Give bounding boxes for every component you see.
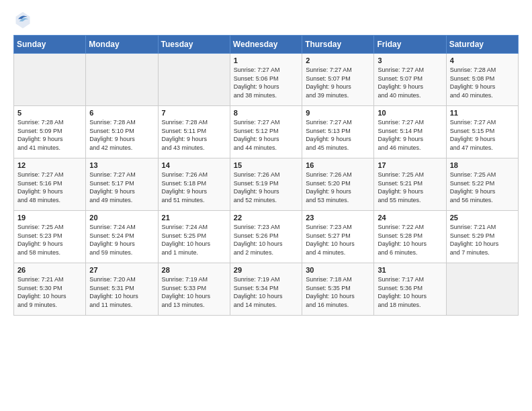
day-number: 27 — [89, 266, 154, 274]
header — [13, 11, 519, 30]
calendar-cell — [446, 263, 518, 316]
calendar-body: 1Sunrise: 7:27 AM Sunset: 5:06 PM Daylig… — [14, 54, 519, 316]
calendar-cell: 1Sunrise: 7:27 AM Sunset: 5:06 PM Daylig… — [230, 54, 302, 106]
calendar-cell: 5Sunrise: 7:28 AM Sunset: 5:09 PM Daylig… — [14, 106, 86, 158]
calendar-cell: 14Sunrise: 7:26 AM Sunset: 5:18 PM Dayli… — [158, 158, 230, 211]
calendar-cell: 31Sunrise: 7:17 AM Sunset: 5:36 PM Dayli… — [374, 263, 446, 316]
calendar-cell: 17Sunrise: 7:25 AM Sunset: 5:21 PM Dayli… — [374, 158, 446, 211]
calendar-cell: 19Sunrise: 7:25 AM Sunset: 5:23 PM Dayli… — [14, 211, 86, 263]
calendar-cell: 4Sunrise: 7:28 AM Sunset: 5:08 PM Daylig… — [446, 54, 518, 106]
calendar-cell: 23Sunrise: 7:23 AM Sunset: 5:27 PM Dayli… — [302, 211, 374, 263]
calendar-cell: 27Sunrise: 7:20 AM Sunset: 5:31 PM Dayli… — [86, 263, 158, 316]
day-number: 31 — [378, 266, 442, 274]
calendar-cell: 8Sunrise: 7:27 AM Sunset: 5:12 PM Daylig… — [230, 106, 302, 158]
calendar-week-5: 26Sunrise: 7:21 AM Sunset: 5:30 PM Dayli… — [14, 263, 519, 316]
day-number: 24 — [378, 214, 442, 222]
logo — [13, 11, 35, 30]
day-number: 13 — [89, 161, 154, 169]
calendar-cell — [158, 54, 230, 106]
logo-icon — [13, 11, 32, 30]
day-number: 4 — [450, 56, 515, 64]
calendar-cell: 15Sunrise: 7:26 AM Sunset: 5:19 PM Dayli… — [230, 158, 302, 211]
day-info: Sunrise: 7:28 AM Sunset: 5:08 PM Dayligh… — [450, 66, 515, 99]
calendar-cell: 24Sunrise: 7:22 AM Sunset: 5:28 PM Dayli… — [374, 211, 446, 263]
day-info: Sunrise: 7:28 AM Sunset: 5:09 PM Dayligh… — [17, 118, 82, 152]
calendar-week-3: 12Sunrise: 7:27 AM Sunset: 5:16 PM Dayli… — [14, 158, 519, 211]
day-info: Sunrise: 7:27 AM Sunset: 5:07 PM Dayligh… — [378, 66, 442, 99]
calendar-cell: 18Sunrise: 7:25 AM Sunset: 5:22 PM Dayli… — [446, 158, 518, 211]
calendar-cell — [14, 54, 86, 106]
day-info: Sunrise: 7:27 AM Sunset: 5:16 PM Dayligh… — [17, 171, 82, 204]
calendar-cell: 12Sunrise: 7:27 AM Sunset: 5:16 PM Dayli… — [14, 158, 86, 211]
day-info: Sunrise: 7:27 AM Sunset: 5:12 PM Dayligh… — [234, 118, 298, 152]
weekday-header-saturday: Saturday — [446, 36, 518, 54]
day-number: 15 — [234, 161, 298, 169]
day-number: 28 — [162, 266, 226, 274]
day-number: 20 — [89, 214, 154, 222]
day-number: 9 — [306, 109, 370, 117]
day-info: Sunrise: 7:22 AM Sunset: 5:28 PM Dayligh… — [378, 223, 442, 257]
day-info: Sunrise: 7:26 AM Sunset: 5:20 PM Dayligh… — [306, 171, 370, 204]
day-info: Sunrise: 7:18 AM Sunset: 5:35 PM Dayligh… — [306, 275, 370, 309]
day-number: 23 — [306, 214, 370, 222]
calendar-cell: 22Sunrise: 7:23 AM Sunset: 5:26 PM Dayli… — [230, 211, 302, 263]
day-info: Sunrise: 7:27 AM Sunset: 5:13 PM Dayligh… — [306, 118, 370, 152]
day-number: 11 — [450, 109, 515, 117]
day-info: Sunrise: 7:21 AM Sunset: 5:29 PM Dayligh… — [450, 223, 515, 257]
weekday-header-sunday: Sunday — [14, 36, 86, 54]
calendar-table: SundayMondayTuesdayWednesdayThursdayFrid… — [13, 35, 519, 316]
day-number: 25 — [450, 214, 515, 222]
day-info: Sunrise: 7:17 AM Sunset: 5:36 PM Dayligh… — [378, 275, 442, 309]
day-number: 29 — [234, 266, 298, 274]
day-info: Sunrise: 7:28 AM Sunset: 5:10 PM Dayligh… — [89, 118, 154, 152]
day-info: Sunrise: 7:27 AM Sunset: 5:06 PM Dayligh… — [234, 66, 298, 99]
day-number: 22 — [234, 214, 298, 222]
day-number: 26 — [17, 266, 82, 274]
calendar-cell: 7Sunrise: 7:28 AM Sunset: 5:11 PM Daylig… — [158, 106, 230, 158]
day-info: Sunrise: 7:19 AM Sunset: 5:33 PM Dayligh… — [162, 275, 226, 309]
calendar-cell: 11Sunrise: 7:27 AM Sunset: 5:15 PM Dayli… — [446, 106, 518, 158]
day-number: 30 — [306, 266, 370, 274]
calendar-cell: 28Sunrise: 7:19 AM Sunset: 5:33 PM Dayli… — [158, 263, 230, 316]
day-info: Sunrise: 7:23 AM Sunset: 5:26 PM Dayligh… — [234, 223, 298, 257]
calendar-cell: 2Sunrise: 7:27 AM Sunset: 5:07 PM Daylig… — [302, 54, 374, 106]
day-info: Sunrise: 7:21 AM Sunset: 5:30 PM Dayligh… — [17, 275, 82, 309]
day-number: 6 — [89, 109, 154, 117]
weekday-header-wednesday: Wednesday — [230, 36, 302, 54]
calendar-cell: 9Sunrise: 7:27 AM Sunset: 5:13 PM Daylig… — [302, 106, 374, 158]
weekday-header-friday: Friday — [374, 36, 446, 54]
calendar-cell: 29Sunrise: 7:19 AM Sunset: 5:34 PM Dayli… — [230, 263, 302, 316]
day-info: Sunrise: 7:27 AM Sunset: 5:15 PM Dayligh… — [450, 118, 515, 152]
day-number: 3 — [378, 56, 442, 64]
day-number: 17 — [378, 161, 442, 169]
day-info: Sunrise: 7:25 AM Sunset: 5:21 PM Dayligh… — [378, 171, 442, 204]
day-info: Sunrise: 7:19 AM Sunset: 5:34 PM Dayligh… — [234, 275, 298, 309]
day-number: 5 — [17, 109, 82, 117]
day-number: 21 — [162, 214, 226, 222]
calendar-cell: 10Sunrise: 7:27 AM Sunset: 5:14 PM Dayli… — [374, 106, 446, 158]
calendar-week-4: 19Sunrise: 7:25 AM Sunset: 5:23 PM Dayli… — [14, 211, 519, 263]
day-info: Sunrise: 7:27 AM Sunset: 5:14 PM Dayligh… — [378, 118, 442, 152]
day-info: Sunrise: 7:26 AM Sunset: 5:19 PM Dayligh… — [234, 171, 298, 204]
day-number: 18 — [450, 161, 515, 169]
calendar-cell: 21Sunrise: 7:24 AM Sunset: 5:25 PM Dayli… — [158, 211, 230, 263]
day-number: 2 — [306, 56, 370, 64]
day-number: 10 — [378, 109, 442, 117]
calendar-cell: 16Sunrise: 7:26 AM Sunset: 5:20 PM Dayli… — [302, 158, 374, 211]
day-number: 14 — [162, 161, 226, 169]
calendar-week-2: 5Sunrise: 7:28 AM Sunset: 5:09 PM Daylig… — [14, 106, 519, 158]
calendar-cell: 25Sunrise: 7:21 AM Sunset: 5:29 PM Dayli… — [446, 211, 518, 263]
calendar-cell: 30Sunrise: 7:18 AM Sunset: 5:35 PM Dayli… — [302, 263, 374, 316]
weekday-header-row: SundayMondayTuesdayWednesdayThursdayFrid… — [14, 36, 519, 54]
day-info: Sunrise: 7:26 AM Sunset: 5:18 PM Dayligh… — [162, 171, 226, 204]
day-number: 19 — [17, 214, 82, 222]
day-info: Sunrise: 7:28 AM Sunset: 5:11 PM Dayligh… — [162, 118, 226, 152]
calendar-cell: 3Sunrise: 7:27 AM Sunset: 5:07 PM Daylig… — [374, 54, 446, 106]
weekday-header-tuesday: Tuesday — [158, 36, 230, 54]
day-number: 8 — [234, 109, 298, 117]
calendar-cell: 13Sunrise: 7:27 AM Sunset: 5:17 PM Dayli… — [86, 158, 158, 211]
day-info: Sunrise: 7:24 AM Sunset: 5:24 PM Dayligh… — [89, 223, 154, 257]
day-info: Sunrise: 7:25 AM Sunset: 5:23 PM Dayligh… — [17, 223, 82, 257]
calendar-header: SundayMondayTuesdayWednesdayThursdayFrid… — [14, 36, 519, 54]
calendar-cell: 20Sunrise: 7:24 AM Sunset: 5:24 PM Dayli… — [86, 211, 158, 263]
